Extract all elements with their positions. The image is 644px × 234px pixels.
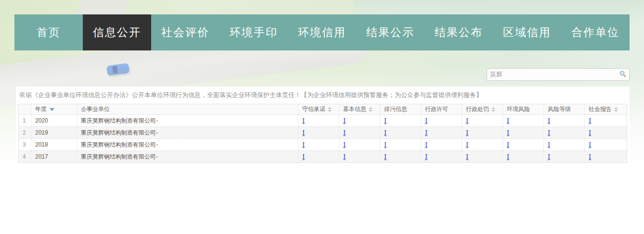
table-row: 4 2017 重庆昊辉钢结构制造有限公司- I I I I I I I I bbox=[19, 151, 627, 163]
column-header-social-report[interactable]: 社会报告 bbox=[585, 104, 627, 115]
link-promise[interactable]: I bbox=[302, 117, 305, 124]
company-cell: 重庆昊辉钢结构制造有限公司- bbox=[77, 115, 298, 127]
column-header-promise[interactable]: 守信承诺 bbox=[298, 104, 339, 115]
nav-item-env-credit[interactable]: 环境信用 bbox=[288, 14, 356, 50]
column-header-admin-permit: 行政许可 bbox=[421, 104, 462, 115]
link-env-risk[interactable]: I bbox=[507, 117, 509, 124]
nav-item-env-handprint[interactable]: 环境手印 bbox=[219, 14, 288, 50]
column-header-discharge-info: 排污信息 bbox=[380, 104, 421, 115]
link-risk-level[interactable]: I bbox=[548, 129, 550, 136]
link-admin-penalty[interactable]: I bbox=[466, 153, 468, 160]
link-social-report[interactable]: I bbox=[589, 153, 591, 160]
link-admin-penalty[interactable]: I bbox=[466, 117, 468, 124]
link-basic-info[interactable]: I bbox=[343, 129, 346, 136]
notice-text: 依据《企业事业单位环境信息公开办法》公开本单位环境行为信息，全面落实企业环境保护… bbox=[19, 91, 626, 99]
company-cell: 重庆昊辉钢结构制造有限公司- bbox=[77, 139, 298, 151]
column-header-year[interactable]: 年度 bbox=[31, 104, 77, 115]
row-index: 1 bbox=[19, 115, 31, 127]
link-admin-penalty[interactable]: I bbox=[466, 141, 468, 148]
nav-item-social-evaluation[interactable]: 社会评价 bbox=[151, 14, 219, 50]
link-admin-permit[interactable]: I bbox=[425, 153, 427, 160]
year-cell: 2019 bbox=[31, 127, 77, 139]
column-header-risk-level: 风险等级 bbox=[544, 104, 585, 115]
column-header-admin-penalty[interactable]: 行政处罚 bbox=[462, 104, 503, 115]
link-risk-level[interactable]: I bbox=[548, 117, 550, 124]
table-header-row: 年度 企事业单位 守信承诺 基本信息 排污信息 行政许可 行政处罚 环境风险 风… bbox=[19, 104, 627, 115]
search-button[interactable] bbox=[617, 69, 629, 80]
link-env-risk[interactable]: I bbox=[507, 153, 509, 160]
table-row: 2 2019 重庆昊辉钢结构制造有限公司- I I I I I I I I bbox=[19, 127, 627, 139]
year-cell: 2020 bbox=[31, 115, 77, 127]
nav-item-partners[interactable]: 合作单位 bbox=[561, 14, 630, 50]
link-promise[interactable]: I bbox=[302, 141, 305, 148]
sort-icon bbox=[491, 107, 495, 112]
nav-item-regional-credit[interactable]: 区域信用 bbox=[493, 14, 561, 50]
link-social-report[interactable]: I bbox=[589, 129, 591, 136]
link-risk-level[interactable]: I bbox=[548, 153, 550, 160]
link-discharge-info[interactable]: I bbox=[384, 117, 386, 124]
link-discharge-info[interactable]: I bbox=[384, 129, 386, 136]
link-discharge-info[interactable]: I bbox=[384, 153, 386, 160]
row-index: 4 bbox=[19, 151, 31, 163]
table-row: 3 2018 重庆昊辉钢结构制造有限公司- I I I I I I I I bbox=[19, 139, 627, 151]
main-nav: 首页 信息公开 社会评价 环境手印 环境信用 结果公示 结果公布 区域信用 合作… bbox=[14, 14, 630, 50]
nav-item-info-disclosure[interactable]: 信息公开 bbox=[83, 14, 151, 50]
nav-item-result-publicity[interactable]: 结果公示 bbox=[356, 14, 425, 50]
table-row: 1 2020 重庆昊辉钢结构制造有限公司- I I I I I I I I bbox=[19, 115, 627, 127]
year-cell: 2018 bbox=[31, 139, 77, 151]
sort-desc-icon bbox=[50, 108, 54, 111]
link-promise[interactable]: I bbox=[302, 153, 305, 160]
company-cell: 重庆昊辉钢结构制造有限公司- bbox=[77, 151, 298, 163]
link-social-report[interactable]: I bbox=[589, 141, 591, 148]
link-admin-permit[interactable]: I bbox=[425, 141, 427, 148]
link-env-risk[interactable]: I bbox=[507, 129, 509, 136]
link-discharge-info[interactable]: I bbox=[384, 141, 386, 148]
sort-icon bbox=[328, 107, 332, 112]
link-admin-permit[interactable]: I bbox=[425, 129, 427, 136]
link-basic-info[interactable]: I bbox=[343, 141, 346, 148]
sort-icon bbox=[369, 107, 373, 112]
column-header-company: 企事业单位 bbox=[77, 104, 298, 115]
link-basic-info[interactable]: I bbox=[343, 117, 346, 124]
column-header-env-risk: 环境风险 bbox=[503, 104, 544, 115]
page: 首页 信息公开 社会评价 环境手印 环境信用 结果公示 结果公布 区域信用 合作… bbox=[0, 0, 644, 234]
link-env-risk[interactable]: I bbox=[507, 141, 509, 148]
column-header-index bbox=[19, 104, 31, 115]
search-box bbox=[487, 68, 630, 81]
link-admin-penalty[interactable]: I bbox=[466, 129, 468, 136]
link-promise[interactable]: I bbox=[302, 129, 305, 136]
magnifier-icon bbox=[619, 70, 627, 79]
year-cell: 2017 bbox=[31, 151, 77, 163]
search-input[interactable] bbox=[487, 69, 617, 80]
row-index: 2 bbox=[19, 127, 31, 139]
link-basic-info[interactable]: I bbox=[343, 153, 346, 160]
nav-item-home[interactable]: 首页 bbox=[14, 14, 83, 50]
records-table: 年度 企事业单位 守信承诺 基本信息 排污信息 行政许可 行政处罚 环境风险 风… bbox=[18, 104, 627, 163]
nav-item-result-release[interactable]: 结果公布 bbox=[425, 14, 493, 50]
link-admin-permit[interactable]: I bbox=[425, 117, 427, 124]
column-header-basic-info[interactable]: 基本信息 bbox=[339, 104, 380, 115]
row-index: 3 bbox=[19, 139, 31, 151]
company-cell: 重庆昊辉钢结构制造有限公司- bbox=[77, 127, 298, 139]
sort-icon bbox=[614, 107, 618, 112]
content-panel: 依据《企业事业单位环境信息公开办法》公开本单位环境行为信息，全面落实企业环境保护… bbox=[16, 86, 630, 234]
link-risk-level[interactable]: I bbox=[548, 141, 550, 148]
link-social-report[interactable]: I bbox=[589, 117, 591, 124]
